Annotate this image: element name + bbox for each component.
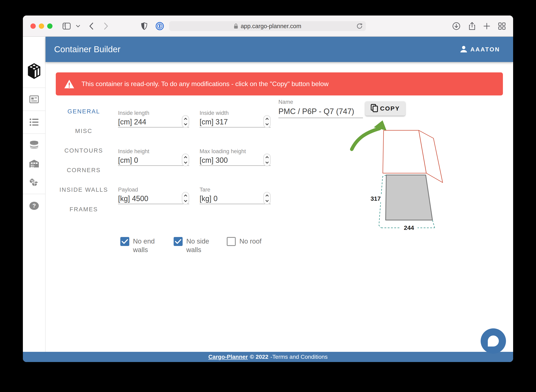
back-icon[interactable] (87, 22, 96, 31)
max-loading-height-field: Max loading height [cm] 300 (200, 148, 271, 166)
share-icon[interactable] (468, 22, 477, 31)
sidebar-divider (23, 111, 45, 111)
minimize-window-button[interactable] (39, 23, 44, 29)
container-preview-diagram: 317 244 (339, 114, 458, 241)
no-roof-option: No roof (227, 237, 261, 246)
copy-button[interactable]: COPY (365, 101, 405, 116)
inside-width-input[interactable]: [cm] 317 (200, 118, 228, 126)
sidebar-divider (23, 194, 45, 194)
nav-item-inside-walls[interactable]: INSIDE WALLS (59, 186, 108, 194)
new-tab-icon[interactable] (482, 22, 491, 31)
reload-icon[interactable] (356, 23, 363, 31)
maximize-window-button[interactable] (47, 23, 53, 29)
chat-widget-button[interactable] (481, 328, 506, 354)
inside-height-input[interactable]: [cm] 0 (118, 156, 138, 165)
inside-height-field: Inside height [cm] 0 (118, 148, 189, 166)
max-loading-height-input[interactable]: [cm] 300 (200, 156, 228, 165)
container-floor (386, 175, 432, 220)
browser-window: app.cargo-planner.com Container Builder … (23, 15, 513, 362)
copy-button-label: COPY (380, 105, 400, 112)
field-label: Tare (200, 187, 271, 193)
nav-item-frames[interactable]: FRAMES (70, 205, 98, 213)
sidebar-item-help[interactable]: ? (23, 201, 45, 211)
user-icon (460, 45, 468, 54)
width-dimension-label: 317 (371, 195, 381, 202)
app-header: Container Builder AAATON (46, 37, 513, 62)
downloads-icon[interactable] (452, 22, 461, 31)
footer-copyright: © 2022 (250, 354, 268, 360)
checkbox-label: No roof (239, 237, 261, 246)
no-side-walls-checkbox[interactable] (174, 237, 183, 246)
page-title: Container Builder (54, 44, 120, 54)
tare-stepper[interactable] (263, 192, 271, 205)
cargo-planner-logo[interactable] (23, 61, 45, 80)
sidebar-item-cargo-items[interactable] (23, 177, 45, 187)
footer-terms-link[interactable]: -Terms and Conditions (270, 354, 328, 360)
inside-length-stepper[interactable] (182, 115, 189, 128)
chat-bubble-icon (488, 336, 499, 346)
tare-field: Tare [kg] 0 (200, 187, 271, 204)
user-menu[interactable]: AAATON (460, 37, 500, 62)
inside-width-stepper[interactable] (263, 115, 271, 128)
field-label: Max loading height (200, 148, 271, 154)
user-name: AAATON (470, 46, 500, 53)
payload-stepper[interactable] (182, 192, 189, 205)
inside-length-input[interactable]: [cm] 244 (118, 118, 146, 126)
tare-input[interactable]: [kg] 0 (200, 194, 218, 203)
no-end-walls-option: No end walls (120, 237, 162, 254)
close-window-button[interactable] (30, 23, 36, 29)
payload-input[interactable]: [kg] 4500 (118, 194, 148, 203)
checkbox-label: No end walls (133, 237, 162, 254)
sidebar-divider (23, 133, 45, 134)
privacy-shield-icon[interactable] (140, 22, 149, 31)
svg-text:?: ? (32, 203, 36, 209)
field-label: Payload (118, 187, 189, 193)
sidebar-item-warehouse[interactable] (23, 159, 45, 168)
payload-field: Payload [kg] 4500 (118, 187, 189, 204)
browser-chrome: app.cargo-planner.com (23, 15, 513, 37)
password-manager-icon[interactable] (155, 22, 164, 31)
url-text: app.cargo-planner.com (241, 23, 301, 30)
nav-item-misc[interactable]: MISC (75, 127, 92, 135)
inside-width-field: Inside width [cm] 317 (200, 110, 271, 127)
inside-length-field: Inside length [cm] 244 (118, 110, 189, 127)
sidebar-item-list[interactable] (23, 117, 45, 127)
warning-icon (64, 79, 75, 89)
nav-item-corners[interactable]: CORNERS (67, 166, 101, 174)
nav-item-contours[interactable]: CONTOURS (64, 146, 103, 155)
checkbox-label: No side walls (186, 237, 215, 254)
tab-overview-icon[interactable] (498, 22, 506, 31)
forward-icon[interactable] (101, 22, 110, 31)
max-loading-height-stepper[interactable] (263, 154, 271, 166)
footer: Cargo-Planner © 2022 -Terms and Conditio… (23, 352, 513, 362)
nav-item-general[interactable]: GENERAL (67, 107, 100, 115)
sidebar-toggle-icon[interactable] (62, 22, 71, 31)
url-bar[interactable]: app.cargo-planner.com (169, 21, 366, 31)
no-side-walls-option: No side walls (174, 237, 215, 254)
green-arrow-icon (352, 120, 387, 149)
no-roof-checkbox[interactable] (227, 237, 236, 246)
length-dimension-label: 244 (404, 224, 414, 231)
sidebar-chevron-down-icon[interactable] (74, 22, 82, 31)
sidebar-item-news[interactable] (23, 95, 45, 104)
field-label: Inside width (200, 110, 271, 116)
lock-icon (234, 23, 238, 29)
banner-text: This container is read-only. To do any m… (81, 80, 329, 88)
sidebar-item-database[interactable] (23, 140, 45, 150)
field-label: Name (278, 99, 363, 105)
field-label: Inside length (118, 110, 189, 116)
footer-brand-link[interactable]: Cargo-Planner (208, 354, 248, 360)
readonly-warning-banner: This container is read-only. To do any m… (56, 72, 503, 95)
field-label: Inside height (118, 148, 189, 154)
copy-icon (371, 104, 378, 113)
inside-height-stepper[interactable] (182, 154, 189, 166)
section-nav: GENERAL MISC CONTOURS CORNERS INSIDE WAL… (57, 107, 110, 225)
sidebar: ? (23, 37, 46, 352)
no-end-walls-checkbox[interactable] (120, 237, 129, 246)
sidebar-divider (23, 88, 45, 88)
